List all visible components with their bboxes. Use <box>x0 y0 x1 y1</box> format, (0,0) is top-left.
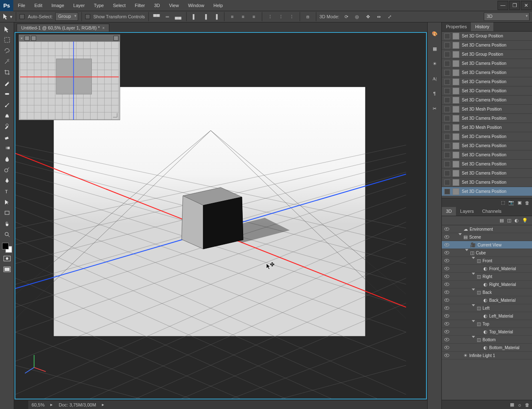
history-row[interactable]: Set 3D Camera Position <box>442 77 532 86</box>
document-tab[interactable]: Untitled-1 @ 60,5% (Layer 1, RGB/8) * × <box>17 24 109 32</box>
app-logo[interactable]: Ps <box>0 0 13 11</box>
color-swatches[interactable] <box>2 243 12 253</box>
tree-row[interactable]: ◫Back <box>442 288 532 296</box>
tree-row[interactable]: ◫Cube <box>442 249 532 257</box>
visibility-eye-icon[interactable] <box>442 259 452 262</box>
history-row[interactable]: Set 3D Camera Position <box>442 59 532 68</box>
history-list[interactable]: Set 3D Group PositionSet 3D Camera Posit… <box>442 32 532 198</box>
visibility-eye-icon[interactable] <box>442 283 452 286</box>
pen-tool[interactable] <box>2 175 12 185</box>
minimize-button[interactable]: — <box>498 1 508 10</box>
history-row[interactable]: Set 3D Camera Position <box>442 160 532 169</box>
distribute-bottom-icon[interactable]: ≡ <box>249 12 259 21</box>
tab-layers[interactable]: Layers <box>456 207 478 216</box>
history-row[interactable]: Set 3D Camera Position <box>442 96 532 105</box>
auto-select-mode-dropdown[interactable]: Group <box>55 12 78 21</box>
canvas-viewport[interactable]: × <box>15 32 427 399</box>
distribute-vcenter-icon[interactable]: ≡ <box>239 12 248 21</box>
tree-row[interactable]: ▤Scene <box>442 233 532 241</box>
visibility-eye-icon[interactable] <box>442 354 452 357</box>
tree-row[interactable]: ◫Front <box>442 257 532 265</box>
maximize-button[interactable]: ❐ <box>509 1 520 10</box>
brush-tool[interactable] <box>2 100 12 110</box>
history-row[interactable]: Set 3D Camera Position <box>442 178 532 187</box>
inset-close-icon[interactable]: × <box>20 36 23 41</box>
twirl-icon[interactable] <box>472 275 475 278</box>
inset-view-icon[interactable] <box>25 36 30 41</box>
filter-light-icon[interactable]: 💡 <box>522 218 528 223</box>
clone-stamp-tool[interactable] <box>2 111 12 121</box>
tree-row[interactable]: ☀Infinite Light 1 <box>442 352 532 360</box>
align-right-icon[interactable]: ▐ <box>212 12 221 21</box>
slide-3d-icon[interactable]: ⇔ <box>374 12 383 21</box>
history-toggle[interactable] <box>444 52 450 57</box>
color-panel-icon[interactable]: 🎨 <box>429 29 440 38</box>
three-scene-tree[interactable]: ☁Environment▤Scene🎥Current View◫Cube◫Fro… <box>442 225 532 400</box>
visibility-eye-icon[interactable] <box>442 243 452 246</box>
filter-mesh-icon[interactable]: ◫ <box>507 218 511 223</box>
history-toggle[interactable] <box>444 189 450 195</box>
align-left-icon[interactable]: ▌ <box>190 12 199 21</box>
history-toggle[interactable] <box>444 42 450 48</box>
show-transform-controls-checkbox[interactable]: Show Transform Controls <box>85 14 145 19</box>
tree-row[interactable]: ◫Right <box>442 273 532 281</box>
history-row[interactable]: Set 3D Camera Position <box>442 68 532 77</box>
new-light-icon[interactable]: ☼ <box>517 402 522 407</box>
history-toggle[interactable] <box>444 143 450 149</box>
roll-3d-icon[interactable]: ◎ <box>352 12 362 21</box>
history-toggle[interactable] <box>444 70 450 76</box>
menu-select[interactable]: Select <box>108 0 131 10</box>
workspace-dropdown[interactable]: 3D <box>484 12 530 21</box>
new-doc-icon[interactable]: ▣ <box>517 200 522 205</box>
lasso-tool[interactable] <box>2 46 12 56</box>
trash-icon[interactable]: 🗑 <box>525 200 530 205</box>
distribute-top-icon[interactable]: ≡ <box>228 12 237 21</box>
history-toggle[interactable] <box>444 134 450 140</box>
history-toggle[interactable] <box>444 152 450 158</box>
move-tool-icon[interactable]: ▾ <box>2 12 12 22</box>
tree-row[interactable]: 🎥Current View <box>442 241 532 249</box>
menu-type[interactable]: Type <box>89 0 108 10</box>
history-toggle[interactable] <box>444 106 450 112</box>
rectangle-tool[interactable] <box>2 208 12 218</box>
filter-scene-icon[interactable]: ▤ <box>500 218 504 223</box>
tree-row[interactable]: ◫Top <box>442 320 532 328</box>
drag-3d-icon[interactable]: ✥ <box>363 12 372 21</box>
trash-3d-icon[interactable]: 🗑 <box>525 402 530 407</box>
tree-row[interactable]: ◫Left <box>442 304 532 312</box>
visibility-eye-icon[interactable] <box>442 227 452 231</box>
tree-row[interactable]: ☁Environment <box>442 225 532 233</box>
menu-file[interactable]: File <box>13 0 30 10</box>
path-selection-tool[interactable] <box>2 197 12 207</box>
move-tool[interactable] <box>2 24 12 34</box>
distribute-right-icon[interactable]: ⦙ <box>287 12 296 21</box>
visibility-eye-icon[interactable] <box>442 235 452 239</box>
history-brush-tool[interactable] <box>2 121 12 131</box>
history-toggle[interactable] <box>444 125 450 131</box>
secondary-view-panel[interactable]: × <box>19 34 120 120</box>
scale-3d-icon[interactable]: ⤢ <box>385 12 394 21</box>
render-icon[interactable]: ▦ <box>510 402 514 407</box>
visibility-eye-icon[interactable] <box>442 291 452 294</box>
menu-filter[interactable]: Filter <box>130 0 149 10</box>
zoom-tool[interactable] <box>2 229 12 239</box>
type-tool[interactable]: T <box>2 186 12 196</box>
history-toggle[interactable] <box>444 170 450 176</box>
history-row[interactable]: Set 3D Mesh Position <box>442 123 532 132</box>
history-row[interactable]: Set 3D Camera Position <box>442 41 532 50</box>
camera-icon[interactable]: 📷 <box>508 200 514 205</box>
history-toggle[interactable] <box>444 61 450 67</box>
visibility-eye-icon[interactable] <box>442 330 452 333</box>
zoom-level[interactable]: 60,5% <box>32 402 44 407</box>
rotate-3d-icon[interactable]: ⟳ <box>342 12 351 21</box>
visibility-eye-icon[interactable] <box>442 251 452 254</box>
new-snapshot-icon[interactable]: ⬚ <box>501 200 505 205</box>
twirl-icon[interactable] <box>472 306 475 310</box>
visibility-eye-icon[interactable] <box>442 306 452 310</box>
close-tab-icon[interactable]: × <box>102 26 105 30</box>
history-toggle[interactable] <box>444 79 450 85</box>
twirl-icon[interactable] <box>458 235 462 239</box>
history-row[interactable]: Set 3D Camera Position <box>442 86 532 96</box>
distribute-left-icon[interactable]: ⦙ <box>266 12 275 21</box>
tree-row[interactable]: ◐Left_Material <box>442 312 532 320</box>
